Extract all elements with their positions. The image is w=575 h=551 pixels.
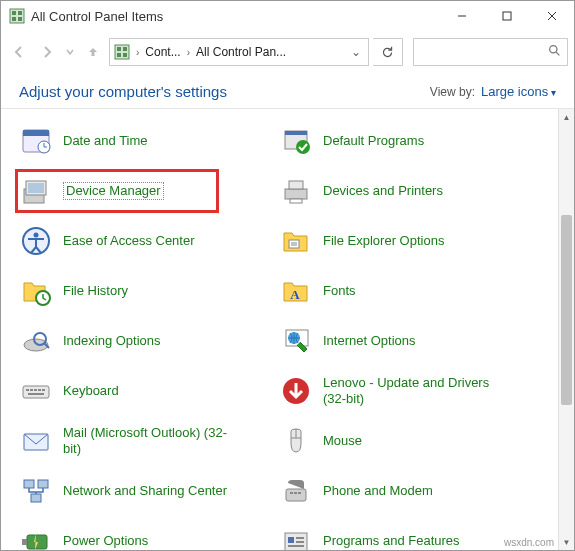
address-dropdown[interactable]: ⌄ bbox=[348, 45, 364, 59]
control-panel-item[interactable]: Power Options bbox=[17, 523, 267, 550]
control-panel-item[interactable]: Device Manager bbox=[17, 173, 267, 209]
header-row: Adjust your computer's settings View by:… bbox=[1, 73, 574, 109]
svg-rect-44 bbox=[30, 389, 33, 391]
svg-rect-3 bbox=[12, 17, 16, 21]
back-button[interactable] bbox=[7, 40, 31, 64]
svg-rect-43 bbox=[26, 389, 29, 391]
breadcrumb-2[interactable]: All Control Pan... bbox=[196, 45, 286, 59]
svg-rect-66 bbox=[296, 541, 304, 543]
refresh-button[interactable] bbox=[373, 38, 403, 66]
watermark: wsxdn.com bbox=[504, 537, 554, 548]
svg-rect-65 bbox=[296, 537, 304, 539]
control-panel-item[interactable]: Default Programs bbox=[277, 123, 527, 159]
minimize-button[interactable] bbox=[439, 1, 484, 31]
titlebar: All Control Panel Items bbox=[1, 1, 574, 31]
item-label: Devices and Printers bbox=[323, 183, 443, 199]
control-panel-item[interactable]: Mail (Microsoft Outlook) (32-bit) bbox=[17, 423, 267, 459]
svg-rect-28 bbox=[289, 181, 303, 189]
control-panel-item[interactable]: Indexing Options bbox=[17, 323, 267, 359]
svg-rect-13 bbox=[123, 53, 127, 57]
svg-rect-29 bbox=[290, 199, 302, 203]
content-area: Date and TimeDefault ProgramsDevice Mana… bbox=[1, 109, 574, 550]
control-panel-item[interactable]: Date and Time bbox=[17, 123, 267, 159]
item-label: Device Manager bbox=[63, 182, 164, 200]
svg-rect-63 bbox=[288, 537, 294, 543]
scroll-down-button[interactable]: ▼ bbox=[559, 534, 574, 550]
lenovo-icon bbox=[279, 374, 313, 408]
control-panel-item[interactable]: File Explorer Options bbox=[277, 223, 527, 259]
ease-access-icon bbox=[19, 224, 53, 258]
control-panel-item[interactable]: Ease of Access Center bbox=[17, 223, 267, 259]
svg-rect-47 bbox=[42, 389, 45, 391]
svg-rect-58 bbox=[294, 492, 297, 494]
control-panel-item[interactable]: Internet Options bbox=[277, 323, 527, 359]
item-label: Programs and Features bbox=[323, 533, 460, 549]
svg-rect-2 bbox=[18, 11, 22, 15]
svg-rect-22 bbox=[285, 131, 307, 135]
svg-rect-6 bbox=[503, 12, 511, 20]
svg-rect-46 bbox=[38, 389, 41, 391]
search-icon bbox=[548, 44, 561, 60]
navbar: › Cont... › All Control Pan... ⌄ bbox=[1, 31, 574, 73]
viewby-label: View by: bbox=[430, 85, 475, 99]
scroll-thumb[interactable] bbox=[561, 215, 572, 405]
control-panel-item[interactable]: Devices and Printers bbox=[277, 173, 527, 209]
internet-icon bbox=[279, 324, 313, 358]
svg-rect-45 bbox=[34, 389, 37, 391]
close-button[interactable] bbox=[529, 1, 574, 31]
control-panel-item[interactable]: Keyboard bbox=[17, 373, 267, 409]
search-input[interactable] bbox=[413, 38, 568, 66]
window-title: All Control Panel Items bbox=[31, 9, 163, 24]
breadcrumb-1[interactable]: Cont... bbox=[145, 45, 180, 59]
control-panel-item[interactable]: Mouse bbox=[277, 423, 527, 459]
page-title: Adjust your computer's settings bbox=[19, 83, 227, 100]
svg-rect-1 bbox=[12, 11, 16, 15]
mouse-icon bbox=[279, 424, 313, 458]
control-panel-item[interactable]: File History bbox=[17, 273, 267, 309]
viewby-dropdown[interactable]: Large icons bbox=[481, 84, 556, 99]
recent-dropdown[interactable] bbox=[63, 40, 77, 64]
svg-rect-42 bbox=[23, 386, 49, 398]
up-button[interactable] bbox=[81, 40, 105, 64]
chevron-icon: › bbox=[185, 47, 192, 58]
scroll-up-button[interactable]: ▲ bbox=[559, 109, 574, 125]
svg-rect-54 bbox=[38, 480, 48, 488]
svg-point-37 bbox=[24, 339, 48, 351]
control-panel-item[interactable]: Lenovo - Update and Drivers (32-bit) bbox=[277, 373, 527, 409]
maximize-button[interactable] bbox=[484, 1, 529, 31]
item-label: Keyboard bbox=[63, 383, 119, 399]
programs-icon bbox=[279, 524, 313, 550]
svg-line-15 bbox=[556, 52, 559, 55]
svg-rect-64 bbox=[288, 545, 304, 547]
address-bar[interactable]: › Cont... › All Control Pan... ⌄ bbox=[109, 38, 369, 66]
indexing-icon bbox=[19, 324, 53, 358]
svg-rect-4 bbox=[18, 17, 22, 21]
svg-rect-56 bbox=[286, 489, 306, 501]
control-panel-item[interactable]: Network and Sharing Center bbox=[17, 473, 267, 509]
forward-button[interactable] bbox=[35, 40, 59, 64]
item-label: File Explorer Options bbox=[323, 233, 444, 249]
control-panel-item[interactable]: AFonts bbox=[277, 273, 527, 309]
default-programs-icon bbox=[279, 124, 313, 158]
fonts-icon: A bbox=[279, 274, 313, 308]
svg-rect-48 bbox=[28, 393, 44, 395]
control-panel-item[interactable]: Programs and Features bbox=[277, 523, 527, 550]
svg-rect-10 bbox=[117, 47, 121, 51]
svg-point-23 bbox=[296, 140, 310, 154]
address-icon bbox=[114, 44, 130, 60]
svg-rect-27 bbox=[285, 189, 307, 199]
item-label: Phone and Modem bbox=[323, 483, 433, 499]
scrollbar[interactable]: ▲ ▼ bbox=[558, 109, 574, 550]
item-label: Fonts bbox=[323, 283, 356, 299]
devices-printers-icon bbox=[279, 174, 313, 208]
scroll-track[interactable] bbox=[559, 125, 574, 534]
svg-rect-17 bbox=[23, 130, 49, 136]
device-manager-icon bbox=[19, 174, 53, 208]
control-panel-item[interactable]: Phone and Modem bbox=[277, 473, 527, 509]
item-label: Lenovo - Update and Drivers (32-bit) bbox=[323, 375, 503, 408]
svg-point-31 bbox=[34, 233, 39, 238]
item-label: Default Programs bbox=[323, 133, 424, 149]
mail-icon bbox=[19, 424, 53, 458]
phone-icon bbox=[279, 474, 313, 508]
item-label: Date and Time bbox=[63, 133, 148, 149]
